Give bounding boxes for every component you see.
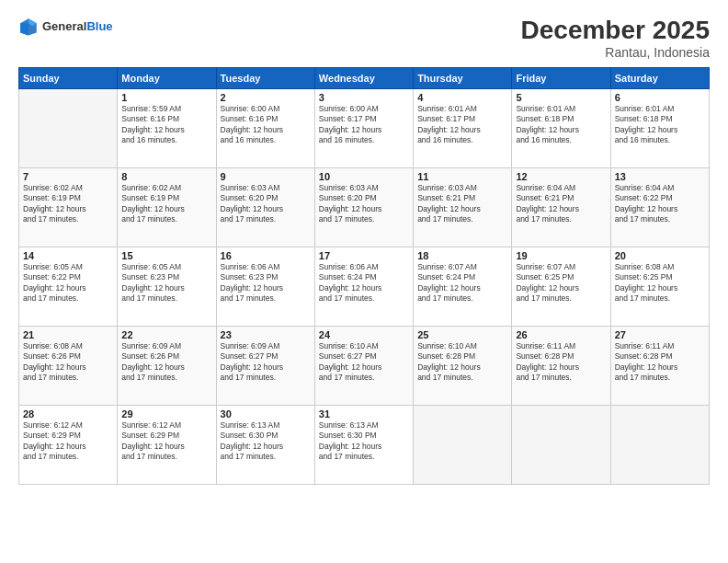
table-cell: 17Sunrise: 6:06 AM Sunset: 6:24 PM Dayli…	[314, 247, 413, 326]
location: Rantau, Indonesia	[521, 45, 710, 60]
day-number: 30	[221, 408, 311, 419]
week-row-3: 14Sunrise: 6:05 AM Sunset: 6:22 PM Dayli…	[19, 247, 710, 326]
week-row-2: 7Sunrise: 6:02 AM Sunset: 6:19 PM Daylig…	[19, 167, 710, 247]
cell-content: Sunrise: 6:12 AM Sunset: 6:29 PM Dayligh…	[121, 420, 211, 463]
day-number: 22	[121, 329, 211, 340]
cell-content: Sunrise: 6:09 AM Sunset: 6:26 PM Dayligh…	[121, 341, 211, 384]
day-number: 7	[23, 171, 113, 182]
cell-content: Sunrise: 6:09 AM Sunset: 6:27 PM Dayligh…	[221, 341, 311, 384]
day-number: 21	[23, 329, 113, 340]
day-number: 2	[221, 92, 311, 103]
table-cell: 14Sunrise: 6:05 AM Sunset: 6:22 PM Dayli…	[19, 247, 118, 326]
week-row-1: 1Sunrise: 5:59 AM Sunset: 6:16 PM Daylig…	[19, 88, 710, 167]
day-number: 3	[319, 92, 409, 103]
table-cell	[19, 88, 118, 167]
cell-content: Sunrise: 6:04 AM Sunset: 6:21 PM Dayligh…	[516, 183, 606, 225]
cell-content: Sunrise: 6:02 AM Sunset: 6:19 PM Dayligh…	[121, 183, 211, 225]
day-number: 11	[417, 171, 507, 182]
logo-icon	[18, 17, 39, 37]
cell-content: Sunrise: 5:59 AM Sunset: 6:16 PM Dayligh…	[121, 104, 211, 146]
table-cell	[512, 405, 610, 484]
day-number: 25	[417, 329, 507, 340]
table-cell: 18Sunrise: 6:07 AM Sunset: 6:24 PM Dayli…	[414, 247, 512, 326]
day-number: 10	[319, 171, 409, 182]
table-cell: 2Sunrise: 6:00 AM Sunset: 6:16 PM Daylig…	[216, 88, 314, 167]
cell-content: Sunrise: 6:01 AM Sunset: 6:18 PM Dayligh…	[516, 104, 606, 146]
table-cell: 20Sunrise: 6:08 AM Sunset: 6:25 PM Dayli…	[610, 247, 709, 326]
cell-content: Sunrise: 6:13 AM Sunset: 6:30 PM Dayligh…	[319, 420, 409, 463]
cell-content: Sunrise: 6:05 AM Sunset: 6:23 PM Dayligh…	[121, 262, 211, 304]
table-cell: 23Sunrise: 6:09 AM Sunset: 6:27 PM Dayli…	[216, 326, 314, 405]
day-number: 28	[23, 408, 113, 419]
day-number: 20	[615, 250, 705, 261]
weekday-monday: Monday	[118, 67, 216, 88]
table-cell: 13Sunrise: 6:04 AM Sunset: 6:22 PM Dayli…	[610, 167, 709, 247]
table-cell: 12Sunrise: 6:04 AM Sunset: 6:21 PM Dayli…	[512, 167, 610, 247]
cell-content: Sunrise: 6:01 AM Sunset: 6:18 PM Dayligh…	[615, 104, 705, 146]
calendar-table: SundayMondayTuesdayWednesdayThursdayFrid…	[18, 67, 710, 485]
cell-content: Sunrise: 6:10 AM Sunset: 6:28 PM Dayligh…	[417, 341, 507, 384]
day-number: 18	[417, 250, 507, 261]
table-cell: 27Sunrise: 6:11 AM Sunset: 6:28 PM Dayli…	[610, 326, 709, 405]
table-cell: 29Sunrise: 6:12 AM Sunset: 6:29 PM Dayli…	[118, 405, 216, 484]
week-row-5: 28Sunrise: 6:12 AM Sunset: 6:29 PM Dayli…	[19, 405, 710, 484]
day-number: 24	[319, 329, 409, 340]
day-number: 19	[516, 250, 606, 261]
cell-content: Sunrise: 6:03 AM Sunset: 6:21 PM Dayligh…	[417, 183, 507, 225]
table-cell: 4Sunrise: 6:01 AM Sunset: 6:17 PM Daylig…	[414, 88, 512, 167]
table-cell	[414, 405, 512, 484]
table-cell: 31Sunrise: 6:13 AM Sunset: 6:30 PM Dayli…	[314, 405, 413, 484]
table-cell: 21Sunrise: 6:08 AM Sunset: 6:26 PM Dayli…	[19, 326, 118, 405]
cell-content: Sunrise: 6:02 AM Sunset: 6:19 PM Dayligh…	[23, 183, 113, 225]
table-cell: 19Sunrise: 6:07 AM Sunset: 6:25 PM Dayli…	[512, 247, 610, 326]
weekday-saturday: Saturday	[610, 67, 709, 88]
calendar-body: 1Sunrise: 5:59 AM Sunset: 6:16 PM Daylig…	[19, 88, 710, 484]
cell-content: Sunrise: 6:10 AM Sunset: 6:27 PM Dayligh…	[319, 341, 409, 384]
day-number: 26	[516, 329, 606, 340]
day-number: 29	[121, 408, 211, 419]
cell-content: Sunrise: 6:08 AM Sunset: 6:26 PM Dayligh…	[23, 341, 113, 384]
month-title: December 2025	[521, 17, 710, 45]
logo: GeneralBlue	[18, 17, 113, 37]
cell-content: Sunrise: 6:07 AM Sunset: 6:25 PM Dayligh…	[516, 262, 606, 304]
table-cell: 25Sunrise: 6:10 AM Sunset: 6:28 PM Dayli…	[414, 326, 512, 405]
table-cell: 8Sunrise: 6:02 AM Sunset: 6:19 PM Daylig…	[118, 167, 216, 247]
table-cell: 5Sunrise: 6:01 AM Sunset: 6:18 PM Daylig…	[512, 88, 610, 167]
day-number: 8	[121, 171, 211, 182]
day-number: 16	[221, 250, 311, 261]
cell-content: Sunrise: 6:00 AM Sunset: 6:17 PM Dayligh…	[319, 104, 409, 146]
title-block: December 2025 Rantau, Indonesia	[521, 17, 710, 60]
table-cell: 30Sunrise: 6:13 AM Sunset: 6:30 PM Dayli…	[216, 405, 314, 484]
table-cell: 28Sunrise: 6:12 AM Sunset: 6:29 PM Dayli…	[19, 405, 118, 484]
cell-content: Sunrise: 6:04 AM Sunset: 6:22 PM Dayligh…	[615, 183, 705, 225]
cell-content: Sunrise: 6:12 AM Sunset: 6:29 PM Dayligh…	[23, 420, 113, 463]
weekday-thursday: Thursday	[414, 67, 512, 88]
cell-content: Sunrise: 6:13 AM Sunset: 6:30 PM Dayligh…	[221, 420, 311, 463]
table-cell: 26Sunrise: 6:11 AM Sunset: 6:28 PM Dayli…	[512, 326, 610, 405]
table-cell: 6Sunrise: 6:01 AM Sunset: 6:18 PM Daylig…	[610, 88, 709, 167]
day-number: 4	[417, 92, 507, 103]
calendar-header: SundayMondayTuesdayWednesdayThursdayFrid…	[19, 67, 710, 88]
day-number: 27	[615, 329, 705, 340]
table-cell: 3Sunrise: 6:00 AM Sunset: 6:17 PM Daylig…	[314, 88, 413, 167]
week-row-4: 21Sunrise: 6:08 AM Sunset: 6:26 PM Dayli…	[19, 326, 710, 405]
day-number: 17	[319, 250, 409, 261]
table-cell: 24Sunrise: 6:10 AM Sunset: 6:27 PM Dayli…	[314, 326, 413, 405]
cell-content: Sunrise: 6:06 AM Sunset: 6:23 PM Dayligh…	[221, 262, 311, 304]
day-number: 5	[516, 92, 606, 103]
cell-content: Sunrise: 6:05 AM Sunset: 6:22 PM Dayligh…	[23, 262, 113, 304]
cell-content: Sunrise: 6:00 AM Sunset: 6:16 PM Dayligh…	[221, 104, 311, 146]
weekday-sunday: Sunday	[19, 67, 118, 88]
cell-content: Sunrise: 6:08 AM Sunset: 6:25 PM Dayligh…	[615, 262, 705, 304]
table-cell: 9Sunrise: 6:03 AM Sunset: 6:20 PM Daylig…	[216, 167, 314, 247]
table-cell: 15Sunrise: 6:05 AM Sunset: 6:23 PM Dayli…	[118, 247, 216, 326]
cell-content: Sunrise: 6:11 AM Sunset: 6:28 PM Dayligh…	[615, 341, 705, 384]
weekday-header-row: SundayMondayTuesdayWednesdayThursdayFrid…	[19, 67, 710, 88]
page: GeneralBlue December 2025 Rantau, Indone…	[0, 0, 728, 563]
day-number: 6	[615, 92, 705, 103]
cell-content: Sunrise: 6:11 AM Sunset: 6:28 PM Dayligh…	[516, 341, 606, 384]
day-number: 15	[121, 250, 211, 261]
day-number: 13	[615, 171, 705, 182]
day-number: 12	[516, 171, 606, 182]
cell-content: Sunrise: 6:01 AM Sunset: 6:17 PM Dayligh…	[417, 104, 507, 146]
